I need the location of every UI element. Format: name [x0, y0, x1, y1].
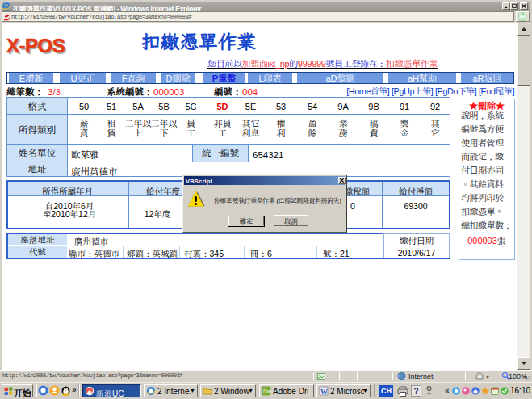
svg-text:Dw: Dw — [263, 388, 271, 394]
svg-text:W: W — [320, 388, 328, 396]
